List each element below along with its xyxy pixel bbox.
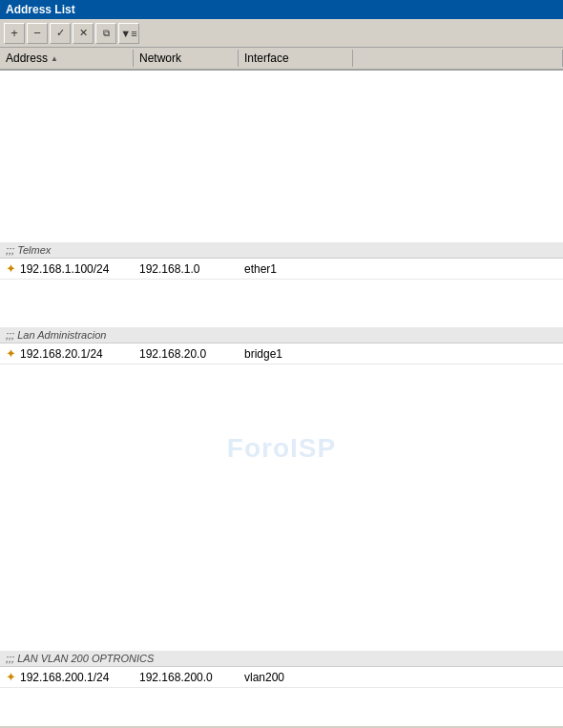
empty-space-top	[0, 71, 563, 242]
interface-cell-2: bridge1	[239, 345, 353, 363]
router-icon: ✦	[6, 346, 16, 361]
rest-cell-2	[353, 352, 563, 356]
check-icon: ✓	[56, 27, 65, 39]
copy-button[interactable]: ⧉	[95, 23, 116, 44]
table-content: ;;; Telmex ✦ 192.168.1.100/24 192.168.1.…	[0, 71, 563, 726]
disable-button[interactable]: ✕	[73, 23, 94, 44]
remove-button[interactable]: −	[27, 23, 48, 44]
title-bar: Address List	[0, 0, 563, 19]
interface-cell-3: vlan200	[239, 669, 353, 686]
table-row[interactable]: ✦ 192.168.1.100/24 192.168.1.0 ether1	[0, 259, 563, 280]
rest-cell-1	[353, 267, 563, 271]
add-button[interactable]: +	[4, 23, 25, 44]
table-row[interactable]: ✦ 192.168.20.1/24 192.168.20.0 bridge1	[0, 343, 563, 364]
header-network[interactable]: Network	[134, 50, 239, 67]
rest-cell-3	[353, 676, 563, 679]
network-cell-3: 192.168.200.0	[134, 669, 239, 686]
header-rest	[353, 50, 563, 67]
group-lan-admin: ;;; Lan Administracion	[0, 327, 563, 343]
remove-icon: −	[33, 26, 41, 40]
copy-icon: ⧉	[103, 28, 110, 39]
add-icon: +	[10, 26, 18, 40]
network-cell-1: 192.168.1.0	[134, 260, 239, 278]
filter-icon: ▼≡	[120, 28, 136, 39]
enable-button[interactable]: ✓	[50, 23, 71, 44]
address-cell-3: ✦ 192.168.200.1/24	[0, 668, 134, 686]
header-address[interactable]: Address ▲	[0, 50, 134, 67]
interface-cell-1: ether1	[239, 260, 353, 278]
group-vlan200: ;;; LAN VLAN 200 OPTRONICS	[0, 651, 563, 667]
title-label: Address List	[6, 3, 75, 16]
group-telmex: ;;; Telmex	[0, 242, 563, 259]
router-icon: ✦	[6, 261, 16, 276]
empty-space-mid2	[0, 364, 563, 651]
router-icon: ✦	[6, 670, 16, 684]
table-header: Address ▲ Network Interface	[0, 48, 563, 71]
toolbar: + − ✓ ✕ ⧉ ▼≡	[0, 19, 563, 48]
address-cell-1: ✦ 192.168.1.100/24	[0, 260, 134, 278]
address-cell-2: ✦ 192.168.20.1/24	[0, 344, 134, 363]
sort-arrow-icon: ▲	[51, 54, 58, 63]
cross-icon: ✕	[79, 27, 88, 39]
network-cell-2: 192.168.20.0	[134, 345, 239, 363]
header-interface[interactable]: Interface	[239, 50, 353, 67]
empty-space-mid1	[0, 280, 563, 327]
filter-button[interactable]: ▼≡	[118, 23, 139, 44]
table-row[interactable]: ✦ 192.168.200.1/24 192.168.200.0 vlan200	[0, 667, 563, 688]
